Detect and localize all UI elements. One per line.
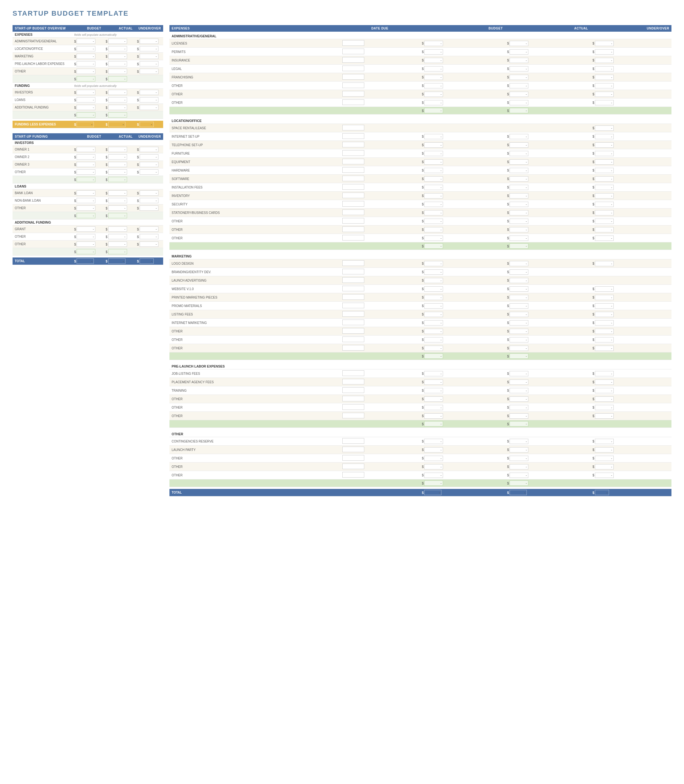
expense-data-row: PROMO MATERIALS $- $- $- [169,302,671,310]
loans-subtotal: $- $- [13,212,163,219]
expense-data-row: LOGO DESIGN $- $- $- [169,259,671,268]
expenses-table: EXPENSES DATE DUE BUDGET ACTUAL UNDER/OV… [169,25,671,496]
section-header-row: PRE-LAUNCH LABOR EXPENSES [169,362,671,369]
expense-data-row: TRAINING $- $- $- [169,386,671,395]
expense-data-row: FURNITURE $- $- $- [169,149,671,158]
investor-row: OWNER 3 $- $- $- [13,161,163,168]
section-subtotal: $- $- [169,420,671,428]
expense-data-row: LICENSES $- $- $- [169,39,671,48]
overview-funding-row: LOANS $- $- $- [13,96,163,104]
expense-data-row: LAUNCH PARTY $- $- $- [169,446,671,454]
section-header-row: OTHER [169,430,671,437]
section-subtotal: $- $- [169,480,671,487]
overview-expenses-header: EXPENSES fields will populate automatica… [13,32,163,38]
section-header-row: ADMINISTRATIVE/GENERAL [169,32,671,39]
expense-data-row: OTHER $- $- $- [169,327,671,336]
expense-data-row: SPACE RENTAL/LEASE $- [169,124,671,132]
expense-data-row: SOFTWARE $- $- $- [169,175,671,183]
expense-data-row: OTHER $- $- $- [169,217,671,225]
expense-data-row: OTHER $- $- $- [169,395,671,403]
expense-data-row: CONTINGENCIES RESERVE $- $- $- [169,437,671,446]
loans-section-header: LOANS [13,184,163,189]
section-subtotal: $- $- [169,107,671,114]
expense-data-row: OTHER $- $- $- [169,225,671,234]
investor-row: OTHER $- $- $- [13,168,163,176]
expense-data-row: OTHER $- $- $- [169,454,671,462]
overview-expense-subtotal: $- $- [13,75,163,83]
loan-row: OTHER $- $- $- [13,204,163,212]
additional-row: OTHER $- $- $- [13,240,163,248]
main-layout: START-UP BUDGET OVERVIEW BUDGET ACTUAL U… [13,25,671,501]
startup-funding-table: START-UP FUNDING BUDGET ACTUAL UNDER/OVE… [13,133,163,265]
expense-data-row: INTERNET SET-UP $- $- $- [169,132,671,141]
loan-row: BANK LOAN $- $- $- [13,189,163,197]
expense-data-row: STATIONERY/BUSINESS CARDS $- $- $- [169,209,671,217]
section-subtotal: $- $- [169,353,671,360]
additional-row: GRANT $- $- $- [13,225,163,233]
expense-data-row: OTHER $- $- $- [169,234,671,242]
expense-data-row: OTHER $- $- $- [169,82,671,90]
overview-header: START-UP BUDGET OVERVIEW [13,25,72,32]
expense-data-row: LISTING FEES $- $- $- [169,310,671,319]
expense-data-row: OTHER $- $- $- [169,471,671,480]
expense-data-row: EQUIPMENT $- $- $- [169,158,671,166]
investors-section-header: INVESTORS [13,140,163,146]
expenses-total-row: TOTAL $- $- $- [169,489,671,496]
investor-row: OWNER 1 $- $- $- [13,146,163,153]
section-header-row: MARKETING [169,252,671,259]
investors-subtotal: $- $- [13,176,163,184]
expense-data-row: FRANCHISING $- $- $- [169,73,671,82]
expense-data-row: INVENTORY $- $- $- [169,192,671,200]
funding-header: START-UP FUNDING [13,133,72,140]
overview-funding-row: ADDITIONAL FUNDING $- $- $- [13,104,163,111]
section-subtotal: $- $- [169,242,671,250]
overview-expense-row: ADMINISTRATIVE/GENERAL $- $- $- [13,38,163,45]
overview-funding-header: FUNDING fields will populate automatical… [13,83,163,89]
expense-data-row: LEGAL $- $- $- [169,64,671,73]
loan-row: NON-BANK LOAN $- $- $- [13,197,163,204]
section-header-row: LOCATION/OFFICE [169,116,671,124]
additional-row: OTHER $- $- $- [13,233,163,240]
additional-section-header: ADDITIONAL FUNDING [13,219,163,225]
overview-funding-subtotal: $- $- [13,111,163,119]
expense-data-row: INTERNET MARKETING $- $- $- [169,319,671,327]
expense-data-row: PERMITS $- $- $- [169,48,671,56]
expense-data-row: OTHER $- $- $- [169,336,671,344]
overview-funding-row: INVESTORS $- $- $- [13,89,163,96]
expense-data-row: INSTALLATION FEES $- $- $- [169,183,671,192]
overview-expense-row: LOCATION/OFFICE $- $- $- [13,45,163,53]
overview-expense-row: MARKETING $- $- $- [13,53,163,60]
expense-data-row: HARDWARE $- $- $- [169,166,671,175]
expense-data-row: OTHER $- $- $- [169,344,671,353]
expense-data-row: OTHER $- $- $- [169,462,671,471]
expense-data-row: TELEPHONE SET-UP $- $- $- [169,141,671,149]
expense-data-row: JOB-LISTING FEES $- $- $- [169,369,671,378]
overview-expense-row: PRE-LAUNCH LABOR EXPENSES $- $- $- [13,60,163,68]
funding-less-expenses-row: FUNDING LESS EXPENSES $- $- $- [13,121,163,128]
expense-data-row: OTHER $- $- $- [169,412,671,420]
overview-expense-row: OTHER $- $- $- [13,68,163,75]
additional-subtotal: $- $- [13,248,163,256]
expense-data-row: LAUNCH ADVERTISING $- $- [169,276,671,285]
expense-data-row: SECURITY $- $- $- [169,200,671,209]
expense-data-row: OTHER $- $- $- [169,90,671,98]
right-column: EXPENSES DATE DUE BUDGET ACTUAL UNDER/OV… [169,25,671,501]
overview-table: START-UP BUDGET OVERVIEW BUDGET ACTUAL U… [13,25,163,128]
investor-row: OWNER 2 $- $- $- [13,153,163,161]
expense-data-row: WEBSITE v.1.0 $- $- $- [169,285,671,293]
expense-data-row: INSURANCE $- $- $- [169,56,671,64]
page-title: STARTUP BUDGET TEMPLATE [13,10,671,18]
expense-data-row: BRANDING/IDENTITY DEV. $- $- [169,268,671,276]
left-column: START-UP BUDGET OVERVIEW BUDGET ACTUAL U… [13,25,163,270]
funding-total-row: TOTAL $- $- $- [13,258,163,265]
expense-data-row: PRINTED MARKETING PIECES $- $- $- [169,293,671,302]
expense-data-row: OTHER $- $- $- [169,98,671,107]
expense-data-row: OTHER $- $- $- [169,403,671,412]
expense-data-row: PLACEMENT AGENCY FEES $- $- $- [169,378,671,386]
